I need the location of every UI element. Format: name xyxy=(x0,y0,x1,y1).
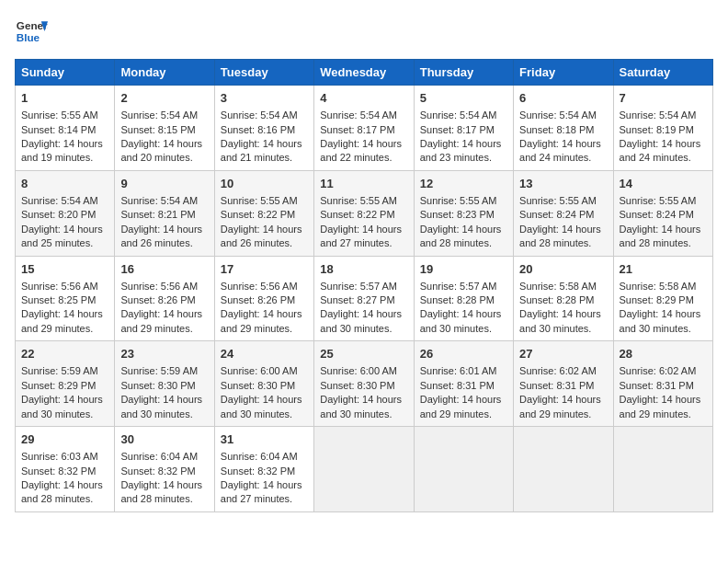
day-info: Sunset: 8:26 PM xyxy=(221,293,308,307)
day-info: Sunset: 8:30 PM xyxy=(120,379,208,393)
day-info: Sunrise: 6:00 AM xyxy=(320,364,407,378)
day-number: 27 xyxy=(519,346,607,362)
day-number: 24 xyxy=(221,346,308,362)
calendar-cell: 17Sunrise: 5:56 AMSunset: 8:26 PMDayligh… xyxy=(214,256,313,341)
day-info: and 28 minutes. xyxy=(519,236,607,250)
day-info: Daylight: 14 hours xyxy=(320,223,407,236)
day-info: Daylight: 14 hours xyxy=(21,223,108,236)
calendar-cell: 16Sunrise: 5:56 AMSunset: 8:26 PMDayligh… xyxy=(115,256,214,341)
day-number: 14 xyxy=(620,176,707,192)
day-info: Daylight: 14 hours xyxy=(221,307,308,321)
day-number: 5 xyxy=(420,90,507,107)
day-info: Sunset: 8:18 PM xyxy=(519,123,607,137)
day-number: 10 xyxy=(221,176,308,192)
day-number: 8 xyxy=(21,176,108,192)
day-info: Sunset: 8:30 PM xyxy=(221,379,308,393)
calendar-cell: 7Sunrise: 5:54 AMSunset: 8:19 PMDaylight… xyxy=(613,86,712,171)
day-info: Sunrise: 5:57 AM xyxy=(420,280,507,293)
day-number: 25 xyxy=(320,346,407,362)
calendar-cell: 5Sunrise: 5:54 AMSunset: 8:17 PMDaylight… xyxy=(414,86,513,171)
day-number: 26 xyxy=(420,346,507,362)
day-info: Sunset: 8:29 PM xyxy=(620,293,707,307)
calendar-cell: 15Sunrise: 5:56 AMSunset: 8:25 PMDayligh… xyxy=(16,256,115,341)
day-info: Daylight: 14 hours xyxy=(620,393,707,407)
day-info: and 22 minutes. xyxy=(320,151,407,165)
day-info: Daylight: 14 hours xyxy=(420,223,507,236)
day-info: and 29 minutes. xyxy=(519,408,607,421)
day-info: Daylight: 14 hours xyxy=(221,393,308,407)
day-info: and 30 minutes. xyxy=(620,322,707,336)
day-info: and 29 minutes. xyxy=(120,322,208,336)
week-row-1: 1Sunrise: 5:55 AMSunset: 8:14 PMDaylight… xyxy=(16,86,713,171)
day-info: Sunrise: 5:58 AM xyxy=(519,280,607,293)
day-info: and 24 minutes. xyxy=(620,151,707,165)
day-info: Sunrise: 5:58 AM xyxy=(620,280,707,293)
day-info: and 19 minutes. xyxy=(21,151,108,165)
header-cell-wednesday: Wednesday xyxy=(314,60,414,86)
day-info: and 20 minutes. xyxy=(120,151,208,165)
header-cell-sunday: Sunday xyxy=(16,60,115,86)
day-info: Daylight: 14 hours xyxy=(221,223,308,236)
day-info: Sunset: 8:21 PM xyxy=(120,208,208,222)
calendar-cell: 22Sunrise: 5:59 AMSunset: 8:29 PMDayligh… xyxy=(16,341,115,427)
calendar-cell: 31Sunrise: 6:04 AMSunset: 8:32 PMDayligh… xyxy=(214,427,313,512)
day-number: 18 xyxy=(320,261,407,278)
day-info: Sunset: 8:19 PM xyxy=(620,123,707,137)
day-info: Sunrise: 5:56 AM xyxy=(21,280,108,293)
day-info: Daylight: 14 hours xyxy=(21,393,108,407)
day-info: and 24 minutes. xyxy=(519,151,607,165)
day-info: Sunrise: 5:56 AM xyxy=(120,280,208,293)
day-info: and 29 minutes. xyxy=(221,322,308,336)
page-header: General Blue xyxy=(15,15,713,48)
day-info: and 27 minutes. xyxy=(320,236,407,250)
day-info: Sunrise: 5:54 AM xyxy=(519,109,607,122)
day-info: Daylight: 14 hours xyxy=(519,223,607,236)
day-number: 21 xyxy=(620,261,707,278)
calendar-cell: 20Sunrise: 5:58 AMSunset: 8:28 PMDayligh… xyxy=(514,256,613,341)
day-number: 2 xyxy=(120,90,208,107)
day-number: 3 xyxy=(221,90,308,107)
calendar-cell: 4Sunrise: 5:54 AMSunset: 8:17 PMDaylight… xyxy=(314,86,414,171)
day-number: 28 xyxy=(620,346,707,362)
day-info: Sunrise: 5:54 AM xyxy=(320,109,407,122)
week-row-3: 15Sunrise: 5:56 AMSunset: 8:25 PMDayligh… xyxy=(16,256,713,341)
header-cell-saturday: Saturday xyxy=(613,60,712,86)
week-row-5: 29Sunrise: 6:03 AMSunset: 8:32 PMDayligh… xyxy=(16,427,713,512)
calendar-cell: 26Sunrise: 6:01 AMSunset: 8:31 PMDayligh… xyxy=(414,341,513,427)
day-info: Sunrise: 6:04 AM xyxy=(221,450,308,464)
calendar-cell xyxy=(314,427,414,512)
day-info: Sunrise: 5:55 AM xyxy=(21,109,108,122)
day-number: 23 xyxy=(120,346,208,362)
day-info: and 30 minutes. xyxy=(320,322,407,336)
day-info: Sunrise: 5:59 AM xyxy=(120,364,208,378)
calendar-cell: 9Sunrise: 5:54 AMSunset: 8:21 PMDaylight… xyxy=(115,170,214,256)
day-info: Sunrise: 5:55 AM xyxy=(519,194,607,208)
day-info: and 26 minutes. xyxy=(120,236,208,250)
day-number: 17 xyxy=(221,261,308,278)
day-info: Sunset: 8:20 PM xyxy=(21,208,108,222)
day-info: Daylight: 14 hours xyxy=(519,393,607,407)
day-info: and 28 minutes. xyxy=(21,492,108,506)
day-info: Sunrise: 6:02 AM xyxy=(519,364,607,378)
day-info: and 28 minutes. xyxy=(620,236,707,250)
calendar-cell: 3Sunrise: 5:54 AMSunset: 8:16 PMDaylight… xyxy=(214,86,313,171)
day-number: 20 xyxy=(519,261,607,278)
day-number: 11 xyxy=(320,176,407,192)
day-info: Daylight: 14 hours xyxy=(420,307,507,321)
day-info: Daylight: 14 hours xyxy=(620,137,707,151)
day-info: Sunset: 8:31 PM xyxy=(519,379,607,393)
day-number: 6 xyxy=(519,90,607,107)
day-info: and 25 minutes. xyxy=(21,236,108,250)
day-info: Sunset: 8:14 PM xyxy=(21,123,108,137)
day-info: Sunset: 8:24 PM xyxy=(519,208,607,222)
calendar-cell: 18Sunrise: 5:57 AMSunset: 8:27 PMDayligh… xyxy=(314,256,414,341)
day-info: Daylight: 14 hours xyxy=(120,223,208,236)
calendar-cell: 24Sunrise: 6:00 AMSunset: 8:30 PMDayligh… xyxy=(214,341,313,427)
week-row-2: 8Sunrise: 5:54 AMSunset: 8:20 PMDaylight… xyxy=(16,170,713,256)
calendar-cell: 30Sunrise: 6:04 AMSunset: 8:32 PMDayligh… xyxy=(115,427,214,512)
day-info: Sunrise: 6:01 AM xyxy=(420,364,507,378)
day-info: Sunset: 8:17 PM xyxy=(320,123,407,137)
day-info: and 30 minutes. xyxy=(420,322,507,336)
day-info: Sunset: 8:32 PM xyxy=(120,465,208,478)
day-info: Sunset: 8:29 PM xyxy=(21,379,108,393)
